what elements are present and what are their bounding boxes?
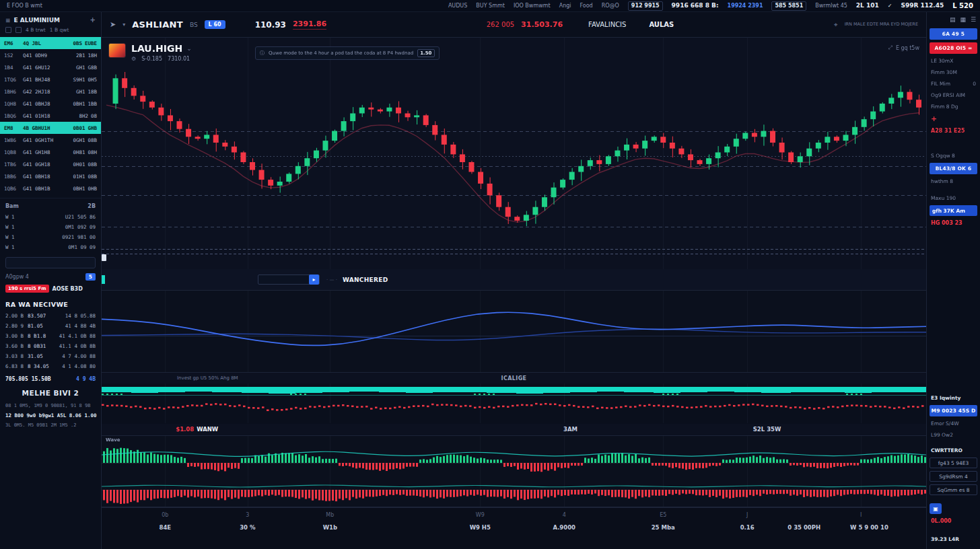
panel-label: Fimm 8 Dg — [930, 102, 977, 111]
watchlist-row[interactable]: 1BQ6G41 01H188H208 — [0, 110, 101, 122]
grid-view-icon[interactable] — [15, 27, 22, 33]
watchlist-cell: 0BH1 — [73, 186, 85, 192]
ticker-item: S99R 112.45 — [901, 3, 944, 9]
panel-outline-button[interactable]: SqGmm es 8 — [930, 484, 977, 495]
watchlist-cell: 08B — [88, 161, 97, 168]
watchlist-cell: G41 0BH1B — [23, 186, 70, 192]
ticker-item: 9916 668 8 B: — [672, 3, 719, 9]
sell-button[interactable]: A6O28 OI5 = — [930, 42, 977, 54]
symbol-name[interactable]: ASHLIANT — [132, 20, 183, 30]
timeframe-label[interactable]: BS — [190, 22, 198, 28]
panel-label: hwthm 8 — [930, 177, 977, 186]
watchlist-row[interactable]: 1S2Q41 0DH92B118H — [0, 49, 101, 61]
watchlist-cell: 1S2 — [4, 52, 20, 59]
panel-label: L99 Ow2 — [930, 431, 977, 439]
ticker-item[interactable]: 19924 2391 — [728, 3, 763, 9]
cursor-icon[interactable]: ➤ — [110, 20, 116, 29]
apply-button[interactable]: ▸ — [309, 274, 319, 285]
watchlist-row[interactable]: 1QH8G41 0BHJ80BH11BB — [0, 98, 101, 110]
ticker-item[interactable]: 912 9915 — [628, 1, 663, 11]
candlestick-chart-canvas[interactable] — [102, 38, 926, 269]
wave-histogram-canvas[interactable] — [102, 436, 926, 507]
menu-icon[interactable]: ☰ — [971, 16, 976, 23]
panel-price-red: 0L.000 — [930, 517, 977, 525]
data-cell: 3.00 B — [5, 333, 24, 339]
data-cell: 3.60 B — [5, 343, 24, 349]
buy-button[interactable]: 6A 49 5 — [930, 28, 977, 40]
add-symbol-icon[interactable]: + — [90, 16, 96, 24]
add-order-icon[interactable]: + — [930, 114, 977, 124]
watchlist-row[interactable]: EM84B GBHU1H0B01GHB — [0, 122, 101, 134]
data-cell: 8 0B31 — [28, 343, 46, 349]
band-oscillator-pane — [102, 383, 926, 424]
watchlist-cell: 1BQ6 — [4, 113, 20, 119]
ticker-item: RO@O — [602, 3, 619, 9]
kv-value: 0 — [973, 81, 976, 87]
tab-alerts[interactable]: AULAS — [649, 21, 674, 28]
menu-icon[interactable]: ≡ — [5, 17, 11, 24]
price-marker-tag — [102, 254, 106, 261]
watchlist-cell: 0B01 — [73, 125, 85, 131]
chart-symbol-title[interactable]: LAU.HIGH — [131, 43, 182, 54]
sidebar-footer-title: MELHE BIVI 2 — [0, 385, 101, 401]
watchlist-cell: 1QB6 — [4, 186, 20, 192]
panel-value-red: A28 31 E25 — [930, 126, 977, 135]
watchlist-row[interactable]: 1QB6G41 0BH1B0BH10HB — [0, 182, 101, 194]
watchlist-row[interactable]: 1TB6G41 0GH180H0108B — [0, 158, 101, 170]
watchlist-cell: G41 0BHJ8 — [23, 101, 70, 107]
data-cell: 41 4 88 4B — [65, 323, 96, 329]
panel-blue-button[interactable]: M9 0023 45S D — [930, 405, 977, 416]
target-icon[interactable]: ⌖ — [834, 21, 838, 29]
chevron-down-icon[interactable]: ▾ — [123, 22, 125, 28]
axis-value-label: A.9000 — [553, 524, 575, 531]
watchlist-row[interactable]: 1BH6G42 2HJ18GH118B — [0, 85, 101, 98]
watchlist-row[interactable]: 1QB8G41 GH1H80H8108H — [0, 146, 101, 158]
panel-outline-button[interactable]: fg43 5 94E3 — [930, 458, 977, 468]
data-cell: 31.05 — [28, 353, 43, 359]
line-indicator-canvas[interactable] — [102, 291, 926, 372]
list-view-icon[interactable] — [5, 27, 11, 33]
ticker-item[interactable]: 585 5851 — [771, 1, 806, 11]
ticker-item[interactable]: ✓ — [888, 3, 893, 9]
sidebar-data-row: 3.00 B8 B1.841 4.1 0B 88 — [0, 331, 101, 341]
grid-icon[interactable]: ▦ — [960, 16, 966, 23]
watchlist-row[interactable]: 1B4G41 6HU12GH1G8B — [0, 61, 101, 73]
selected-preset[interactable]: gfh 37K Am — [930, 205, 977, 216]
watchlist-cell: 1QH8 — [4, 101, 20, 107]
tab-favorites[interactable]: FAVALINCIS — [588, 21, 626, 28]
market-watch-sidebar: ≡ E ALUMINIUM + 4 B trwt 1 B qwt EM64Q J… — [0, 12, 102, 549]
layout-icon[interactable]: ▤ — [950, 16, 956, 23]
band-oscillator-canvas[interactable] — [102, 383, 926, 423]
panel-outline-button[interactable]: Sg9dRsm 4 — [930, 471, 977, 482]
watchlist-cell: EM6 — [4, 40, 20, 46]
watchlist-row[interactable]: 1TQ6G41 BHJ48S9H10H5 — [0, 73, 101, 85]
chevron-down-icon[interactable]: ⌄ — [186, 45, 192, 52]
data-cell: 41.1 4 0B 8B — [59, 343, 96, 349]
row-a-badge[interactable]: 5 — [85, 273, 96, 281]
expand-icon[interactable]: ⤢ — [888, 44, 893, 51]
sidebar-filter-field[interactable] — [5, 257, 96, 268]
panel-icon-button[interactable]: ▣ — [930, 503, 942, 514]
stat-label: W 1 — [5, 224, 15, 230]
panel-label: Emor S/4W — [930, 419, 977, 428]
axis-tick-label: 0b — [162, 512, 168, 518]
watchlist-cell: 1W86 — [4, 137, 20, 143]
row-b-label: AOSE B3D — [53, 286, 83, 292]
watchlist-cell: 0H5 — [88, 77, 97, 83]
panel-blue-button[interactable]: BL43/8 OK 6 — [930, 163, 977, 174]
notice-badge[interactable]: 1.50 — [417, 49, 434, 57]
timeframe-chip[interactable]: L 60 — [205, 20, 225, 29]
inline-search-input[interactable]: ▸ — [258, 274, 320, 285]
summary-mid: 15.50B — [32, 376, 51, 382]
watchlist-row[interactable]: 1BB6G41 0BH1801H108B — [0, 170, 101, 182]
watchlist-cell: 1BB6 — [4, 174, 20, 180]
data-cell: 8 34.05 — [28, 363, 49, 369]
price-chart-pane: LAU.HIGH ⌄ ⚙ S-0.185 7310.01 ⓘ Quwe mode… — [102, 38, 926, 269]
watchlist-cell: Q41 0DH9 — [23, 52, 73, 59]
sidebar-stat-row: W 1U21 505 86 — [0, 212, 101, 222]
watchlist-row[interactable]: 1W86G41 0GH1TH0GH108B — [0, 134, 101, 146]
watchlist-row[interactable]: EM64Q JBL0BSEUBE — [0, 37, 101, 49]
row-b-badge[interactable]: 190 s rrsi5 Fm — [5, 285, 49, 293]
gear-icon[interactable]: ⚙ — [131, 56, 136, 62]
chart-header: LAU.HIGH ⌄ ⚙ S-0.185 7310.01 — [108, 43, 192, 62]
